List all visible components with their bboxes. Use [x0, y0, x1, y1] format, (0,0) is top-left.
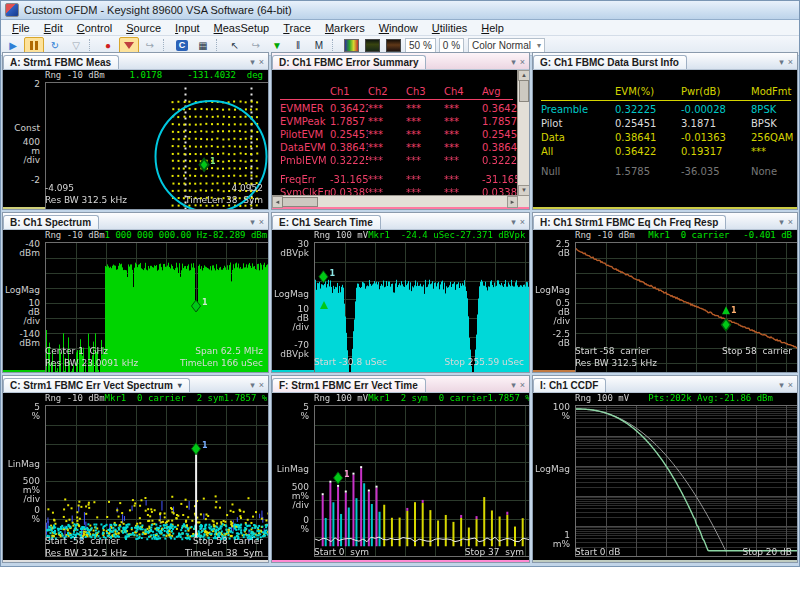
- y-div-label: 500 m% /div: [23, 477, 40, 504]
- x-max-label: 4.0952: [232, 183, 264, 195]
- error-summary-table: Ch1Ch2Ch3Ch4AvgEVMMER0.36422*********0.3…: [272, 70, 529, 207]
- panel-menu-icon[interactable]: ▾: [511, 217, 516, 227]
- x-start-label: Start 0 sym: [314, 547, 369, 559]
- plot-canvas[interactable]: [45, 405, 269, 557]
- panel-i-ccdf: I: Ch1 CCDF ▾× Rng 100 mVPts:202k Avg:-2…: [532, 375, 798, 563]
- menu-file[interactable]: File: [5, 22, 37, 34]
- app-window: Custom OFDM - Keysight 89600 VSA Softwar…: [0, 0, 800, 567]
- y-max-label: 30 dBVpk: [280, 240, 309, 258]
- close-icon[interactable]: ×: [788, 380, 793, 390]
- panel-menu-icon[interactable]: ▾: [779, 57, 784, 67]
- y-axis-name: LogMag: [274, 290, 309, 299]
- panel-menu-icon[interactable]: ▾: [779, 380, 784, 390]
- y-min-label: 1 m%: [553, 531, 570, 549]
- panel-menu-icon[interactable]: ▾: [779, 217, 784, 227]
- panel-menu-icon[interactable]: ▾: [250, 380, 255, 390]
- plot-canvas[interactable]: [575, 405, 798, 557]
- menu-meassetup[interactable]: MeasSetup: [207, 22, 277, 34]
- tab-h[interactable]: H: Ch1 Strm1 FBMC Eq Ch Freq Resp: [533, 215, 726, 229]
- menu-window[interactable]: Window: [372, 22, 425, 34]
- tab-e[interactable]: E: Ch1 Search Time: [272, 215, 381, 229]
- plot-h[interactable]: Rng -10 dBmMkr1 0 carrier-0.401 dB 2.5 d…: [533, 230, 797, 370]
- panel-h-freq-resp: H: Ch1 Strm1 FBMC Eq Ch Freq Resp ▾× Rng…: [532, 212, 798, 373]
- panel-b-tabbar: B: Ch1 Spectrum ▾×: [3, 213, 268, 230]
- plot-c[interactable]: Rng -10 dBmMkr1 0 carrier 2 sym1.7857 % …: [3, 393, 268, 560]
- scroll-down-icon[interactable]: ▼: [518, 185, 530, 196]
- tab-c[interactable]: C: Strm1 FBMC Err Vect Spectrum▾: [3, 378, 190, 392]
- x-start-label: Start -58 carrier: [575, 346, 650, 358]
- tab-dropdown-icon[interactable]: ▾: [178, 381, 182, 390]
- app-icon: [5, 3, 19, 17]
- x-start-label: Start -58 carrier: [45, 536, 120, 548]
- y-min-label: -2.5 dB: [552, 330, 570, 348]
- transparency-input[interactable]: 50 %: [405, 38, 436, 53]
- close-icon[interactable]: ×: [259, 217, 264, 227]
- close-icon[interactable]: ×: [520, 380, 525, 390]
- menu-source[interactable]: Source: [119, 22, 168, 34]
- close-icon[interactable]: ×: [520, 57, 525, 67]
- menu-utilities[interactable]: Utilities: [425, 22, 474, 34]
- readout-mid: 1 000 000 000.00 Hz: [105, 230, 208, 242]
- tab-b[interactable]: B: Ch1 Spectrum: [3, 215, 99, 229]
- trace-color-bar: [533, 207, 797, 209]
- tab-d[interactable]: D: Ch1 FBMC Error Summary: [272, 55, 426, 69]
- close-icon[interactable]: ×: [788, 57, 793, 67]
- panel-menu-icon[interactable]: ▾: [511, 57, 516, 67]
- trace-color-bar: [272, 207, 529, 209]
- plot-g[interactable]: EVM(%)Pwr(dB)ModFmtPreamble0.32225-0.000…: [533, 70, 797, 207]
- tab-g[interactable]: G: Ch1 FBMC Data Burst Info: [533, 55, 687, 69]
- panel-menu-icon[interactable]: ▾: [511, 380, 516, 390]
- menu-input[interactable]: Input: [168, 22, 206, 34]
- panel-a-tabbar: A: Strm1 FBMC Meas ▾×: [3, 53, 268, 70]
- color-mode-select[interactable]: Color Normal▾: [468, 38, 545, 53]
- vertical-scrollbar[interactable]: ▲▼: [517, 70, 529, 196]
- y-axis-name: Const: [14, 124, 40, 133]
- menu-markers[interactable]: Markers: [318, 22, 372, 34]
- tab-f[interactable]: F: Strm1 FBMC Err Vect Time: [272, 378, 426, 392]
- table-row: Pilot0.254513.1871BPSK: [541, 117, 797, 131]
- table-row: EVMPeak1.7857*********1.7857: [280, 115, 529, 128]
- close-icon[interactable]: ×: [788, 217, 793, 227]
- range-label: Rng -10 dBm: [575, 230, 635, 242]
- menu-help[interactable]: Help: [474, 22, 511, 34]
- plot-i[interactable]: Rng 100 mVPts:202k Avg:-21.86 dBm 100 %L…: [533, 393, 797, 560]
- plot-b[interactable]: Rng -10 dBm1 000 000 000.00 Hz-82.289 dB…: [3, 230, 268, 370]
- y-max-label: 5 %: [31, 403, 40, 421]
- menu-edit[interactable]: Edit: [37, 22, 70, 34]
- panel-menu-icon[interactable]: ▾: [250, 57, 255, 67]
- table-row: EVMMER0.36422*********0.36422: [280, 102, 529, 115]
- scrollbar-thumb[interactable]: [519, 80, 529, 102]
- close-icon[interactable]: ×: [259, 380, 264, 390]
- menu-trace[interactable]: Trace: [276, 22, 318, 34]
- panel-f-err-vect-time: F: Strm1 FBMC Err Vect Time ▾× Rng 100 m…: [271, 375, 530, 563]
- spectrogram-2-icon: [386, 39, 401, 52]
- y-div-label: 10 dB /div: [23, 299, 40, 326]
- close-icon[interactable]: ×: [259, 57, 264, 67]
- scrollbar-corner: [518, 196, 529, 207]
- menu-control[interactable]: Control: [70, 22, 119, 34]
- tab-a[interactable]: A: Strm1 FBMC Meas: [3, 55, 119, 69]
- horizontal-scrollbar[interactable]: ◄►: [272, 195, 518, 207]
- readout-mid: Mkr1 0 carrier: [635, 230, 744, 242]
- plot-e[interactable]: Rng 100 mVMkr1 -24.4 uSec-27.371 dBVpk 3…: [272, 230, 529, 370]
- tab-i[interactable]: I: Ch1 CCDF: [533, 378, 606, 392]
- timelen-label: TimeLen 166 uSec: [180, 358, 263, 370]
- scrollbar-thumb[interactable]: [282, 197, 318, 207]
- plot-d[interactable]: Ch1Ch2Ch3Ch4AvgEVMMER0.36422*********0.3…: [272, 70, 529, 207]
- close-icon[interactable]: ×: [520, 217, 525, 227]
- panel-menu-icon[interactable]: ▾: [250, 217, 255, 227]
- plot-canvas[interactable]: [314, 242, 530, 373]
- plot-a[interactable]: Rng -10 dBm1.0178-131.4032 deg 2Const400…: [3, 70, 268, 207]
- x-stop-label: Stop 20 dB: [742, 547, 792, 559]
- scroll-right-icon[interactable]: ►: [507, 196, 518, 208]
- table-row: Null1.5785-36.035None: [541, 165, 797, 179]
- y-min-label: -140 dBm: [19, 330, 40, 348]
- offset-input[interactable]: 0 %: [439, 38, 464, 53]
- plot-f[interactable]: Rng 100 mVMkr1 2 sym 0 carrier1.7857 % 5…: [272, 393, 529, 560]
- spectrogram-icon: [365, 39, 380, 52]
- resbw-label: Res BW 312.5 kHz: [45, 548, 127, 560]
- range-label: Rng -10 dBm: [45, 230, 105, 242]
- panel-i-tabbar: I: Ch1 CCDF ▾×: [533, 376, 797, 393]
- title-bar[interactable]: Custom OFDM - Keysight 89600 VSA Softwar…: [1, 1, 799, 20]
- plot-canvas[interactable]: [314, 405, 530, 557]
